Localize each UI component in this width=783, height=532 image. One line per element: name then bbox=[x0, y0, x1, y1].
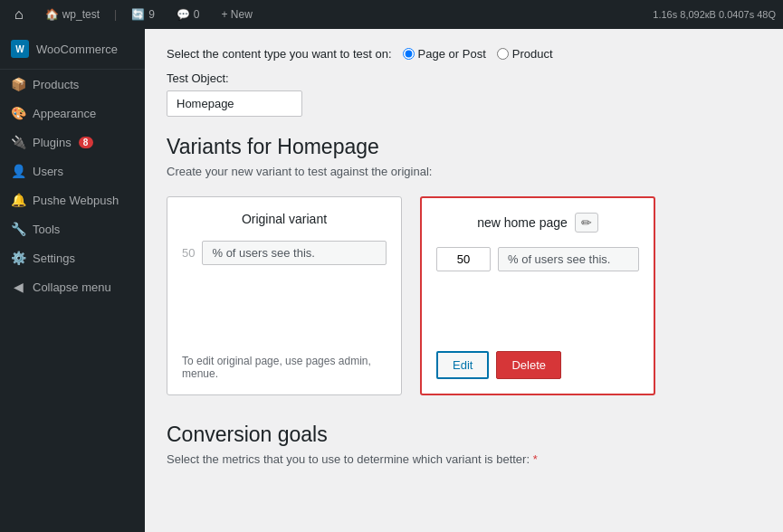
collapse-icon: ◀ bbox=[11, 280, 25, 294]
sidebar-label-plugins: Plugins bbox=[33, 136, 72, 149]
admin-bar-updates[interactable]: 🔄 9 bbox=[124, 8, 162, 21]
new-percentage-row: % of users see this. bbox=[436, 247, 639, 271]
new-variant-title-text: new home page bbox=[477, 215, 568, 230]
comment-icon: 💬 bbox=[177, 8, 190, 21]
woocommerce-logo: W bbox=[11, 40, 29, 58]
sidebar-label-collapse: Collapse menu bbox=[33, 280, 111, 294]
radio-page-or-post-input[interactable] bbox=[403, 48, 415, 60]
admin-bar-new[interactable]: + New bbox=[215, 8, 260, 21]
radio-product[interactable]: Product bbox=[497, 47, 553, 61]
new-percentage-input[interactable] bbox=[436, 247, 491, 271]
appearance-icon: 🎨 bbox=[11, 106, 25, 120]
test-object-label: Test Object: bbox=[167, 71, 761, 85]
users-icon: 👤 bbox=[11, 164, 25, 178]
pencil-icon: ✏ bbox=[581, 215, 592, 230]
updates-icon: 🔄 bbox=[131, 8, 145, 21]
variants-grid: Original variant 50 % of users see this.… bbox=[167, 196, 761, 395]
sidebar: W WooCommerce 📦 Products 🎨 Appearance 🔌 … bbox=[0, 0, 145, 532]
original-percentage-value: 50 bbox=[182, 246, 195, 260]
admin-bar-stats: 1.16s 8,092кB 0.0407s 48Q bbox=[653, 9, 776, 20]
conversion-heading: Conversion goals bbox=[167, 423, 761, 447]
separator: | bbox=[114, 8, 117, 21]
products-icon: 📦 bbox=[11, 77, 25, 91]
plugins-badge: 8 bbox=[79, 137, 93, 148]
sidebar-label-tools: Tools bbox=[33, 223, 60, 236]
new-variant-card: new home page ✏ % of users see this. Edi… bbox=[420, 196, 655, 395]
sidebar-item-products[interactable]: 📦 Products bbox=[0, 70, 145, 99]
admin-bar: ⌂ 🏠 wp_test | 🔄 9 💬 0 + New 1.16s 8,092к… bbox=[0, 0, 783, 29]
plugins-icon: 🔌 bbox=[11, 135, 25, 149]
original-percentage-label: % of users see this. bbox=[202, 241, 387, 265]
sidebar-item-collapse[interactable]: ◀ Collapse menu bbox=[0, 272, 145, 301]
original-variant-title: Original variant bbox=[182, 212, 387, 226]
admin-bar-site[interactable]: 🏠 wp_test bbox=[38, 8, 107, 21]
new-percentage-label: % of users see this. bbox=[498, 247, 639, 271]
admin-bar-comments[interactable]: 💬 0 bbox=[169, 8, 207, 21]
sidebar-item-pushe[interactable]: 🔔 Pushe Webpush bbox=[0, 185, 145, 214]
comment-count: 0 bbox=[194, 8, 200, 21]
radio-product-label: Product bbox=[512, 47, 553, 61]
new-label: + New bbox=[222, 8, 253, 21]
test-object-section: Test Object: Homepage bbox=[167, 71, 761, 117]
edit-button[interactable]: Edit bbox=[436, 351, 489, 379]
pushe-icon: 🔔 bbox=[11, 193, 25, 207]
settings-icon: ⚙️ bbox=[11, 251, 25, 265]
content-type-label: Select the content type you want to test… bbox=[167, 47, 392, 61]
original-percentage-row: 50 % of users see this. bbox=[182, 241, 387, 265]
sidebar-item-plugins[interactable]: 🔌 Plugins 8 bbox=[0, 128, 145, 157]
variants-heading: Variants for Homepage bbox=[167, 135, 761, 159]
radio-page-or-post[interactable]: Page or Post bbox=[403, 47, 486, 61]
sidebar-label-products: Products bbox=[33, 78, 79, 91]
sidebar-label-users: Users bbox=[33, 165, 63, 178]
sidebar-logo-label: WooCommerce bbox=[36, 43, 118, 56]
radio-page-or-post-label: Page or Post bbox=[418, 47, 486, 61]
test-object-value: Homepage bbox=[167, 90, 302, 117]
tools-icon: 🔧 bbox=[11, 222, 25, 236]
sidebar-logo[interactable]: W WooCommerce bbox=[0, 29, 145, 70]
required-star: * bbox=[533, 452, 538, 466]
content-type-row: Select the content type you want to test… bbox=[167, 47, 761, 61]
delete-button[interactable]: Delete bbox=[496, 351, 561, 379]
original-variant-note: To edit original page, use pages admin, … bbox=[182, 340, 387, 380]
site-icon: 🏠 bbox=[45, 8, 59, 21]
sidebar-label-appearance: Appearance bbox=[33, 107, 96, 120]
conversion-subtext: Select the metrics that you to use to de… bbox=[167, 452, 761, 466]
updates-count: 9 bbox=[148, 8, 155, 21]
sidebar-item-tools[interactable]: 🔧 Tools bbox=[0, 214, 145, 243]
variant-actions: Edit Delete bbox=[436, 351, 639, 379]
new-variant-title-row: new home page ✏ bbox=[436, 213, 639, 233]
variants-subtext: Create your new variant to test against … bbox=[167, 165, 761, 178]
edit-name-button[interactable]: ✏ bbox=[575, 213, 598, 233]
sidebar-item-users[interactable]: 👤 Users bbox=[0, 157, 145, 185]
site-name: wp_test bbox=[62, 8, 100, 21]
sidebar-label-settings: Settings bbox=[33, 252, 75, 265]
original-variant-card: Original variant 50 % of users see this.… bbox=[167, 196, 402, 395]
main-content: Select the content type you want to test… bbox=[145, 0, 783, 532]
radio-product-input[interactable] bbox=[497, 48, 509, 60]
sidebar-item-appearance[interactable]: 🎨 Appearance bbox=[0, 99, 145, 128]
sidebar-item-settings[interactable]: ⚙️ Settings bbox=[0, 243, 145, 272]
sidebar-label-pushe: Pushe Webpush bbox=[33, 194, 119, 207]
wp-icon[interactable]: ⌂ bbox=[7, 6, 31, 23]
